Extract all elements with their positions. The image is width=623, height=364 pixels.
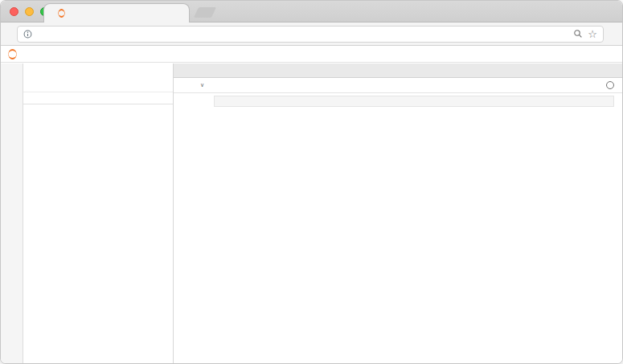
browser-toolbar: ☆ [1,22,622,46]
notebook-toolbar: ∨ [174,78,622,93]
minimize-window-button[interactable] [25,7,34,16]
new-tab-button[interactable] [194,7,216,18]
code-cell [174,96,622,107]
cell-type-dropdown[interactable]: ∨ [197,82,204,88]
bookmark-star-icon[interactable]: ☆ [588,29,597,39]
triangulation-plot [227,110,413,260]
main-dock-panel: ∨ [174,63,622,363]
browser-tab[interactable] [43,3,190,22]
notebook-content [174,93,622,363]
jupyterlab-body: ∨ [1,63,622,363]
tripcolor-plot [426,110,616,260]
close-window-button[interactable] [10,7,18,16]
file-browser-panel [23,63,174,363]
cell-prompt [178,96,214,107]
chevron-down-icon: ∨ [200,82,204,88]
code-editor[interactable] [214,96,614,107]
browser-tab-strip [1,1,622,22]
file-list-header [23,92,173,104]
cell-output [227,110,622,260]
document-tab-bar [174,63,622,78]
page-info-icon[interactable] [23,30,32,39]
file-browser-toolbar [23,63,173,80]
file-list [23,104,173,363]
jupyterlab-logo-icon [7,49,18,59]
browser-window: ☆ [0,0,623,364]
search-icon[interactable] [573,29,583,39]
left-sidebar [1,63,23,363]
kernel-status-icon [606,81,614,89]
breadcrumb [23,80,173,92]
address-bar[interactable]: ☆ [17,26,604,43]
jupyterlab-menubar [1,46,622,63]
jupyter-favicon-icon [57,9,66,18]
kernel-indicator[interactable] [600,81,614,89]
